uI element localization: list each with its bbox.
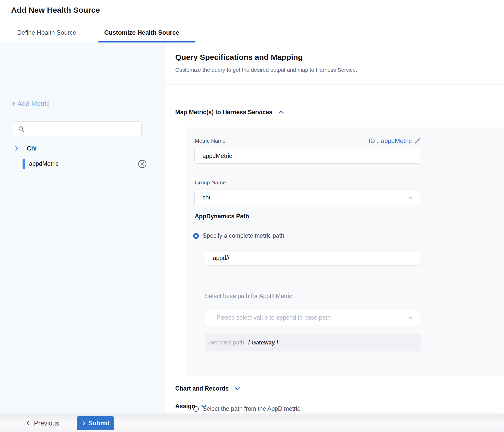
- radio-label: Specify a complete metric path: [203, 232, 284, 239]
- section-subtitle: Customize the query to get the desired o…: [175, 67, 357, 73]
- metric-id-row: ID : appdMetric: [369, 137, 421, 145]
- metric-search-box: [13, 121, 142, 136]
- chevron-up-icon[interactable]: [278, 109, 285, 116]
- tab-customize-health-source[interactable]: Customize Health Source: [104, 23, 179, 42]
- group-divider: [23, 155, 148, 155]
- section-heading-query-specifications: Query Specifications and Mapping: [175, 53, 303, 62]
- chevron-down-icon: [407, 314, 414, 321]
- add-metric-button[interactable]: + Add Metric: [11, 100, 50, 108]
- group-name-value: chi: [202, 194, 210, 201]
- sidebar-group-chi[interactable]: Chi: [0, 142, 165, 155]
- selected-path-value: / Gateway /: [248, 339, 278, 346]
- chevron-down-icon: [408, 195, 414, 201]
- chevron-right-icon: [81, 421, 86, 426]
- map-metrics-panel: Metric Name ID : appdMetric Group Name c…: [186, 127, 504, 376]
- add-metric-label: Add Metric: [18, 100, 50, 108]
- tab-label: Customize Health Source: [104, 29, 179, 36]
- radio-label: Select the path from the AppD metric: [203, 405, 300, 412]
- tab-bar: Define Health Source Customize Health So…: [0, 23, 504, 42]
- plus-icon: +: [11, 100, 16, 107]
- remove-metric-icon[interactable]: [138, 160, 147, 168]
- header: Add New Health Source: [0, 0, 504, 22]
- metric-item-name: appdMetric: [29, 160, 59, 167]
- chevron-left-icon: [25, 420, 31, 426]
- chevron-right-icon[interactable]: [13, 146, 19, 151]
- group-name: Chi: [27, 145, 37, 152]
- base-path-label: Select base path for AppD Metric: [205, 293, 292, 300]
- map-metrics-section-toggle[interactable]: Map Metric(s) to Harness Services: [175, 109, 285, 116]
- radio-select-path-from-appd[interactable]: Select the path from the AppD metric: [193, 405, 300, 412]
- selected-path-display: Selected path / Gateway /: [205, 334, 421, 351]
- id-value-link[interactable]: appdMetric: [381, 137, 412, 145]
- tab-label: Define Health Source: [17, 29, 76, 36]
- selected-metric-indicator: [23, 159, 25, 169]
- page-title: Add New Health Source: [11, 6, 100, 15]
- previous-label: Previous: [34, 420, 59, 427]
- search-input[interactable]: [28, 126, 137, 132]
- chart-and-records-title: Chart and Records: [175, 385, 229, 392]
- submit-button[interactable]: Submit: [77, 416, 114, 430]
- sidebar: + Add Metric Chi appdMetric: [0, 42, 165, 414]
- radio-complete-metric-path[interactable]: Specify a complete metric path: [193, 232, 284, 239]
- edit-pencil-icon[interactable]: [414, 138, 421, 144]
- chart-and-records-section-toggle[interactable]: Chart and Records: [175, 385, 241, 392]
- metric-name-input[interactable]: [194, 148, 420, 164]
- metric-name-label: Metric Name: [195, 138, 226, 144]
- base-path-placeholder: - Please select value to append to base …: [213, 314, 334, 321]
- header-divider: [165, 84, 504, 84]
- chevron-down-icon[interactable]: [200, 403, 207, 410]
- assign-section-toggle[interactable]: Assign: [175, 403, 207, 410]
- id-label: ID :: [369, 137, 378, 145]
- add-health-source-screen: Add New Health Source Define Health Sour…: [0, 0, 504, 432]
- chevron-down-icon[interactable]: [234, 385, 241, 392]
- search-icon: [18, 126, 25, 132]
- assign-title: Assign: [175, 403, 195, 410]
- group-name-label: Group Name: [195, 179, 226, 186]
- sidebar-metric-item[interactable]: appdMetric: [0, 159, 165, 169]
- appdynamics-path-heading: AppDynamics Path: [195, 213, 249, 220]
- complete-metric-path-input[interactable]: [205, 250, 420, 266]
- radio-selected-icon[interactable]: [193, 233, 199, 239]
- selected-path-label: Selected path: [209, 339, 244, 346]
- group-name-select[interactable]: chi: [194, 190, 420, 205]
- map-metrics-section-title: Map Metric(s) to Harness Services: [175, 109, 272, 116]
- tab-define-health-source[interactable]: Define Health Source: [17, 23, 76, 42]
- submit-label: Submit: [88, 420, 109, 427]
- base-path-select[interactable]: - Please select value to append to base …: [205, 310, 420, 325]
- previous-button[interactable]: Previous: [25, 417, 59, 430]
- footer-bar: Previous Submit: [0, 414, 504, 432]
